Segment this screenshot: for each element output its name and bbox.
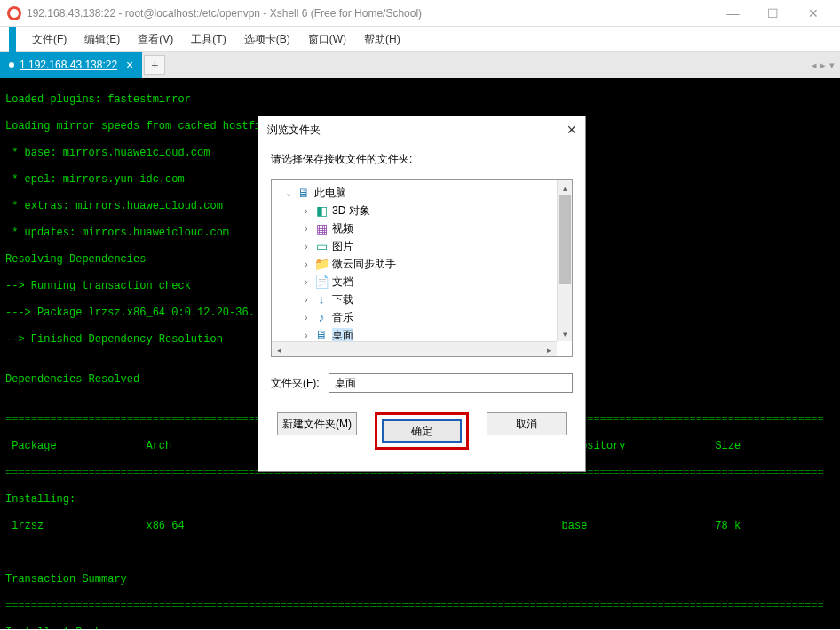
menu-file[interactable]: 文件(F) <box>23 27 75 52</box>
tree-scrollbar-horizontal[interactable]: ◂ ▸ <box>272 341 557 356</box>
menu-bar: 文件(F) 编辑(E) 查看(V) 工具(T) 选项卡(B) 窗口(W) 帮助(… <box>0 27 840 52</box>
window-title: 192.168.43.138:22 - root@localhost:/etc/… <box>27 7 713 20</box>
tab-label: 1 192.168.43.138:22 <box>20 59 117 71</box>
collapse-icon[interactable]: ⌄ <box>284 188 293 198</box>
expand-icon[interactable]: › <box>302 331 311 340</box>
tab-prev-icon[interactable]: ◂ <box>812 60 817 71</box>
dialog-title: 浏览文件夹 <box>267 123 321 138</box>
terminal-line: Installing: <box>5 493 835 506</box>
close-button[interactable]: ✕ <box>793 0 833 27</box>
app-icon <box>7 6 21 20</box>
dialog-hint: 请选择保存接收文件的文件夹: <box>271 152 573 167</box>
tree-item-downloads[interactable]: ›↓下载 <box>284 291 572 308</box>
scroll-down-icon[interactable]: ▾ <box>558 326 573 341</box>
dialog-body: 请选择保存接收文件的文件夹: ⌄🖥此电脑 ›◧3D 对象 ›▦视频 ›▭图片 ›… <box>258 143 585 471</box>
expand-icon[interactable]: › <box>302 295 311 305</box>
music-icon: ♪ <box>314 310 329 324</box>
tab-menu-icon[interactable]: ▾ <box>829 60 835 71</box>
desktop-icon: 🖥 <box>314 328 329 342</box>
scroll-thumb[interactable] <box>559 195 571 284</box>
terminal-package-row: lrzsz x86_64 base 78 k <box>5 520 835 533</box>
tree-root[interactable]: ⌄🖥此电脑 <box>284 184 572 202</box>
dialog-close-icon[interactable]: × <box>567 121 576 140</box>
terminal-divider: ========================================… <box>5 600 835 613</box>
menu-window[interactable]: 窗口(W) <box>299 27 355 52</box>
terminal-line: Transaction Summary <box>5 573 835 586</box>
window-titlebar: 192.168.43.138:22 - root@localhost:/etc/… <box>0 0 840 27</box>
minimize-button[interactable]: — <box>713 0 753 27</box>
tree-item-video[interactable]: ›▦视频 <box>284 219 572 237</box>
expand-icon[interactable]: › <box>302 242 311 251</box>
window-controls: — ☐ ✕ <box>713 0 833 27</box>
expand-icon[interactable]: › <box>302 224 311 234</box>
terminal-line: Install 1 Package <box>5 626 835 629</box>
tree-scrollbar-vertical[interactable]: ▴ ▾ <box>557 180 572 341</box>
folder-input[interactable] <box>329 373 573 393</box>
ok-highlight: 确定 <box>375 412 469 450</box>
ok-button[interactable]: 确定 <box>382 419 462 443</box>
scroll-up-icon[interactable]: ▴ <box>558 180 573 195</box>
tree-item-pictures[interactable]: ›▭图片 <box>284 237 572 255</box>
tree-list: ⌄🖥此电脑 ›◧3D 对象 ›▦视频 ›▭图片 ›📁微云同步助手 ›📄文档 ›↓… <box>272 180 572 351</box>
accent-strip <box>9 27 16 52</box>
computer-icon: 🖥 <box>297 186 311 200</box>
tree-item-3d[interactable]: ›◧3D 对象 <box>284 202 572 219</box>
browse-folder-dialog: 浏览文件夹 × 请选择保存接收文件的文件夹: ⌄🖥此电脑 ›◧3D 对象 ›▦视… <box>258 116 586 472</box>
folder-label: 文件夹(F): <box>271 376 320 391</box>
tree-item-cloud[interactable]: ›📁微云同步助手 <box>284 255 572 273</box>
menu-tabs[interactable]: 选项卡(B) <box>235 27 299 52</box>
picture-icon: ▭ <box>314 239 329 253</box>
maximize-button[interactable]: ☐ <box>753 0 793 27</box>
expand-icon[interactable]: › <box>302 277 311 287</box>
new-folder-button[interactable]: 新建文件夹(M) <box>277 412 357 435</box>
terminal-line: Loaded plugins: fastestmirror <box>5 93 835 107</box>
expand-icon[interactable]: › <box>302 313 311 323</box>
cancel-button[interactable]: 取消 <box>487 412 567 435</box>
terminal-line <box>5 546 835 560</box>
expand-icon[interactable]: › <box>302 206 311 216</box>
tab-bar: 1 192.168.43.138:22 × + ◂ ▸ ▾ <box>0 52 840 78</box>
scroll-left-icon[interactable]: ◂ <box>272 342 287 357</box>
scroll-right-icon[interactable]: ▸ <box>542 342 557 357</box>
tab-close-icon[interactable]: × <box>126 58 133 72</box>
tab-nav: ◂ ▸ ▾ <box>812 52 835 78</box>
dialog-buttons: 新建文件夹(M) 确定 取消 <box>271 412 573 450</box>
menu-help[interactable]: 帮助(H) <box>355 27 409 52</box>
folder-icon: 📁 <box>314 257 329 271</box>
folder-row: 文件夹(F): <box>271 373 573 393</box>
folder-tree: ⌄🖥此电脑 ›◧3D 对象 ›▦视频 ›▭图片 ›📁微云同步助手 ›📄文档 ›↓… <box>271 179 573 357</box>
document-icon: 📄 <box>314 275 329 289</box>
menu-tools[interactable]: 工具(T) <box>182 27 234 52</box>
menu-edit[interactable]: 编辑(E) <box>75 27 129 52</box>
expand-icon[interactable]: › <box>302 259 311 269</box>
new-tab-button[interactable]: + <box>144 55 165 75</box>
tree-item-documents[interactable]: ›📄文档 <box>284 273 572 291</box>
download-icon: ↓ <box>314 292 329 307</box>
tab-next-icon[interactable]: ▸ <box>820 60 826 71</box>
dialog-titlebar: 浏览文件夹 × <box>258 116 585 143</box>
video-icon: ▦ <box>314 221 329 235</box>
session-tab[interactable]: 1 192.168.43.138:22 × <box>0 52 142 78</box>
tree-item-music[interactable]: ›♪音乐 <box>284 308 572 326</box>
cube-icon: ◧ <box>314 203 329 218</box>
tab-status-icon <box>9 62 14 68</box>
menu-view[interactable]: 查看(V) <box>129 27 182 52</box>
